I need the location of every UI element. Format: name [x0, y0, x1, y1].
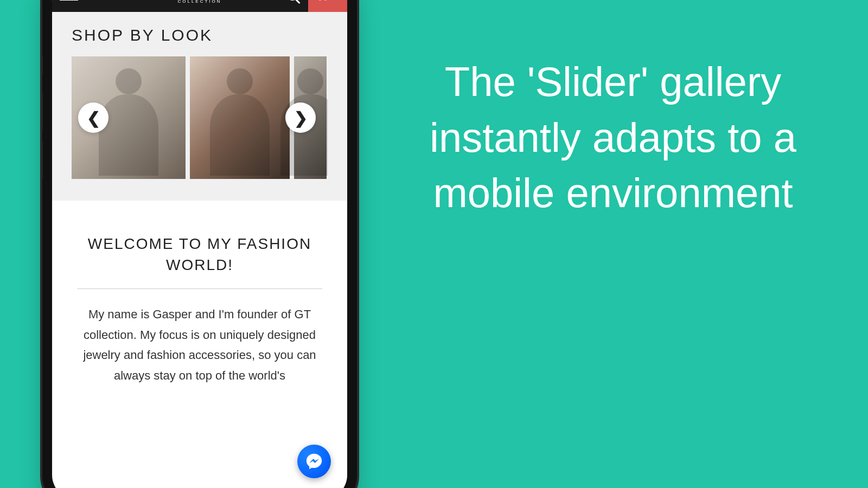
brand-logo-subtext: COLLECTION — [177, 0, 221, 4]
brand-logo[interactable]: GT COLLECTION — [177, 0, 221, 4]
phone-side-button — [42, 92, 43, 130]
marketing-caption: The 'Slider' gallery instantly adapts to… — [401, 54, 825, 221]
cart-count: 0 — [334, 0, 340, 1]
phone-side-button — [42, 141, 43, 179]
gallery-section: SHOP BY LOOK ❮ ❯ — [52, 12, 347, 201]
chevron-right-icon: ❯ — [294, 108, 308, 127]
phone-screen: MENU GT COLLECTION — [52, 0, 347, 488]
cart-icon — [315, 0, 330, 1]
messenger-fab[interactable] — [297, 445, 331, 478]
phone-mockup: MENU GT COLLECTION — [42, 0, 357, 488]
phone-side-button — [42, 54, 43, 75]
gallery-title: SHOP BY LOOK — [72, 26, 328, 44]
menu-icon[interactable] — [60, 0, 78, 4]
welcome-title: WELCOME TO MY FASHION WORLD! — [77, 233, 322, 289]
messenger-icon — [305, 452, 323, 471]
slider-next-button[interactable]: ❯ — [285, 102, 316, 133]
slider-gallery[interactable]: ❮ ❯ — [72, 56, 328, 179]
slider-prev-button[interactable]: ❮ — [78, 102, 108, 133]
chevron-left-icon: ❮ — [87, 108, 100, 127]
search-icon — [286, 0, 298, 1]
search-button[interactable] — [284, 0, 301, 3]
slider-item[interactable] — [190, 56, 290, 179]
app-header: MENU GT COLLECTION — [52, 0, 347, 12]
welcome-section: WELCOME TO MY FASHION WORLD! My name is … — [52, 201, 347, 407]
welcome-body: My name is Gasper and I'm founder of GT … — [77, 304, 322, 386]
menu-label[interactable]: MENU — [86, 0, 129, 2]
cart-button[interactable]: 0 — [308, 0, 347, 12]
